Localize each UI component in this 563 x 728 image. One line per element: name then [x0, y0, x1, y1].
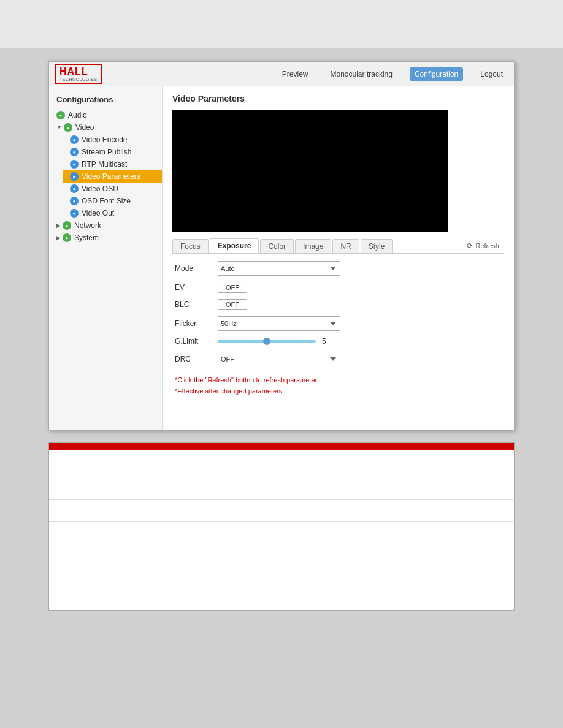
mode-label: Mode — [175, 264, 218, 273]
drc-select[interactable]: OFF Low Medium High — [218, 352, 340, 366]
sidebar-title: Configurations — [49, 93, 162, 109]
video-out-icon: ● — [70, 209, 79, 218]
table-row — [49, 544, 514, 566]
sidebar: Configurations ● Audio ▼ ● Video ● Video… — [49, 86, 163, 430]
table-cell-right-2 — [163, 499, 514, 521]
tab-image[interactable]: Image — [295, 239, 331, 253]
glimit-slider-container: 5 — [218, 337, 502, 346]
flicker-control: 50Hz 60Hz Outdoor — [218, 316, 502, 331]
network-expand-arrow: ▶ — [56, 222, 61, 229]
nav-preview[interactable]: Preview — [277, 67, 313, 81]
nav-monocular[interactable]: Monocular tracking — [326, 67, 397, 81]
sidebar-item-osd-font-size[interactable]: ● OSD Font Size — [63, 195, 162, 207]
app-header: HALL TECHNOLOGIES Preview Monocular trac… — [49, 62, 514, 86]
refresh-icon: ⟳ — [467, 241, 473, 250]
table-row — [49, 521, 514, 544]
table-cell-left-6 — [49, 588, 163, 610]
flicker-row: Flicker 50Hz 60Hz Outdoor — [172, 316, 504, 331]
video-icon: ● — [64, 123, 72, 132]
table-cell-right-4 — [163, 544, 514, 566]
page-title: Video Parameters — [172, 94, 504, 104]
tab-focus[interactable]: Focus — [172, 239, 209, 253]
sidebar-label-network: Network — [74, 221, 101, 230]
nav-logout[interactable]: Logout — [475, 67, 508, 81]
table-cell-right-1 — [163, 450, 514, 499]
tabs-bar: Focus Exposure Color Image NR Style ⟳ Re… — [172, 238, 504, 254]
note-refresh: *Click the "Refresh" button to refresh p… — [175, 375, 502, 386]
sidebar-label-video: Video — [75, 123, 94, 132]
network-icon: ● — [63, 221, 71, 230]
mode-control: Auto Manual Shutter Iris Bright — [218, 261, 502, 276]
video-osd-icon: ● — [70, 184, 79, 193]
app-container: HALL TECHNOLOGIES Preview Monocular trac… — [48, 61, 515, 430]
app-body: Configurations ● Audio ▼ ● Video ● Video… — [49, 86, 514, 430]
drc-control: OFF Low Medium High — [218, 352, 502, 366]
sidebar-label-video-osd: Video OSD — [82, 184, 118, 193]
system-icon: ● — [63, 233, 71, 242]
sidebar-item-system[interactable]: ▶ ● System — [49, 232, 162, 244]
glimit-value: 5 — [322, 337, 326, 346]
tab-nr[interactable]: NR — [332, 239, 359, 253]
flicker-select[interactable]: 50Hz 60Hz Outdoor — [218, 316, 340, 331]
glimit-slider-track[interactable] — [218, 340, 316, 343]
table-cell-right-3 — [163, 521, 514, 544]
drc-label: DRC — [175, 355, 218, 363]
mode-row: Mode Auto Manual Shutter Iris Bright — [172, 261, 504, 276]
tab-exposure[interactable]: Exposure — [210, 238, 259, 253]
sidebar-label-video-encode: Video Encode — [82, 135, 128, 144]
video-preview — [172, 110, 448, 232]
table-row — [49, 450, 514, 499]
table-cell-right-6 — [163, 588, 514, 610]
table-cell-right-5 — [163, 566, 514, 588]
sidebar-label-rtp-multicast: RTP Multicast — [82, 160, 127, 169]
nav-configuration[interactable]: Configuration — [410, 67, 463, 81]
video-parameters-icon: ● — [70, 172, 79, 181]
logo-hall: HALL — [59, 66, 98, 77]
blc-control: OFF — [218, 299, 502, 310]
refresh-button[interactable]: ⟳ Refresh — [462, 240, 504, 252]
blc-toggle[interactable]: OFF — [218, 299, 247, 310]
sidebar-item-rtp-multicast[interactable]: ● RTP Multicast — [63, 158, 162, 170]
blc-label: BLC — [175, 300, 218, 309]
table-cell-left-4 — [49, 544, 163, 566]
ev-toggle[interactable]: OFF — [218, 282, 247, 293]
data-table — [49, 443, 514, 610]
glimit-slider-thumb[interactable] — [263, 338, 270, 345]
sidebar-item-video-encode[interactable]: ● Video Encode — [63, 134, 162, 146]
table-cell-left-1 — [49, 450, 163, 499]
video-encode-icon: ● — [70, 135, 79, 144]
ev-row: EV OFF — [172, 282, 504, 293]
sidebar-item-video-parameters[interactable]: ● Video Parameters — [63, 170, 162, 183]
sidebar-item-video-out[interactable]: ● Video Out — [63, 207, 162, 219]
sidebar-item-stream-publish[interactable]: ● Stream Publish — [63, 146, 162, 158]
table-row — [49, 499, 514, 521]
sidebar-item-network[interactable]: ▶ ● Network — [49, 219, 162, 232]
sidebar-label-stream-publish: Stream Publish — [82, 148, 131, 156]
mode-select[interactable]: Auto Manual Shutter Iris Bright — [218, 261, 340, 276]
table-cell-left-2 — [49, 499, 163, 521]
osd-font-size-icon: ● — [70, 197, 79, 205]
table-header-right — [163, 443, 514, 450]
tab-color[interactable]: Color — [260, 239, 294, 253]
sidebar-label-video-parameters: Video Parameters — [82, 172, 140, 181]
glimit-label: G.Limit — [175, 337, 218, 346]
table-header-left — [49, 443, 163, 450]
sidebar-item-audio[interactable]: ● Audio — [49, 109, 162, 121]
logo: HALL TECHNOLOGIES — [55, 64, 102, 84]
video-subitems: ● Video Encode ● Stream Publish ● RTP Mu… — [63, 134, 162, 219]
sidebar-item-video-osd[interactable]: ● Video OSD — [63, 183, 162, 195]
audio-icon: ● — [56, 111, 65, 119]
tab-style[interactable]: Style — [361, 239, 393, 253]
table-cell-left-5 — [49, 566, 163, 588]
table-row — [49, 588, 514, 610]
sidebar-label-audio: Audio — [68, 111, 87, 119]
logo-tech: TECHNOLOGIES — [59, 77, 98, 82]
sidebar-item-video[interactable]: ▼ ● Video — [49, 121, 162, 134]
rtp-multicast-icon: ● — [70, 160, 79, 169]
stream-publish-icon: ● — [70, 148, 79, 156]
main-content: Video Parameters Focus Exposure Color Im… — [163, 86, 514, 430]
table-section — [48, 442, 515, 611]
blc-row: BLC OFF — [172, 299, 504, 310]
ev-control: OFF — [218, 282, 502, 293]
video-expand-arrow: ▼ — [56, 124, 62, 131]
